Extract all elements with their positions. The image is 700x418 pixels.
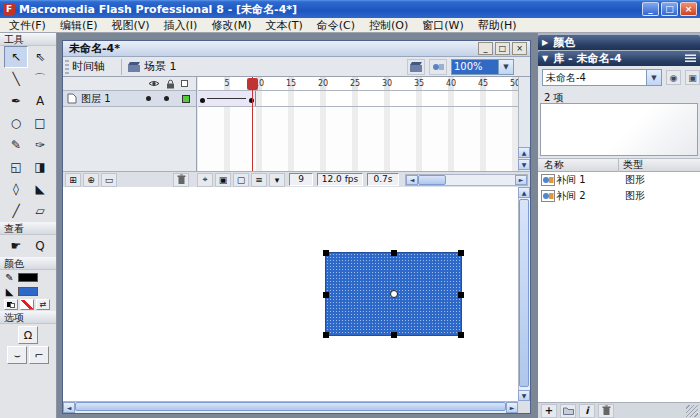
center-frame-button[interactable]: ⌖ [197,173,213,187]
default-colors-button[interactable] [4,299,18,310]
line-tool-button[interactable]: ╲ [4,68,28,90]
panel-menu-button[interactable] [685,54,696,63]
scroll-down-icon[interactable]: ▼ [518,159,530,170]
menu-window[interactable]: 窗口(W) [415,18,470,33]
frame-rate-value[interactable]: 12.0 fps [317,173,363,186]
delete-layer-button[interactable] [173,173,189,187]
layer-outline-color-swatch[interactable] [182,95,190,103]
stage-vscroll-thumb[interactable] [519,199,529,387]
subselection-tool-button[interactable]: ⇖ [28,46,52,68]
delete-item-button[interactable] [598,404,614,418]
hand-tool-button[interactable]: ☛ [4,235,28,257]
selection-tool-button[interactable]: ↖ [4,46,28,68]
scroll-down-icon[interactable]: ▼ [518,390,530,401]
library-item-row[interactable]: 补间 2 图形 [538,188,700,204]
zoom-dropdown-arrow-icon[interactable]: ▼ [498,60,513,74]
zoom-value-field[interactable]: 100% [452,60,498,74]
layer-row[interactable]: 图层 1 [63,91,196,107]
transform-handle-w[interactable] [323,292,329,298]
library-item-name[interactable]: 补间 2 [556,189,619,203]
layer-lock-dot[interactable] [164,96,169,101]
library-document-select[interactable]: 未命名-4 ▼ [542,69,662,86]
scroll-up-icon[interactable]: ▲ [518,147,530,158]
transform-handle-s[interactable] [391,332,397,338]
menu-control[interactable]: 控制(O) [362,18,415,33]
new-symbol-button[interactable]: + [541,404,557,418]
zoom-combo[interactable]: 100% ▼ [451,59,514,75]
collapsed-arrow-icon[interactable]: ▶ [542,38,548,47]
layer-frames-row[interactable] [198,91,518,107]
straighten-button[interactable]: ⌐ [29,346,49,364]
select-dropdown-arrow-icon[interactable]: ▼ [646,70,661,85]
menu-file[interactable]: 文件(F) [2,18,53,33]
transform-handle-sw[interactable] [323,332,329,338]
swap-colors-button[interactable]: ⇄ [36,299,50,310]
doc-restore-button[interactable]: □ [495,42,510,55]
close-button[interactable]: × [680,2,697,16]
no-color-button[interactable] [20,299,34,310]
motion-tween-span[interactable] [198,91,256,106]
panel-resize-grip[interactable] [686,405,698,417]
document-title-bar[interactable]: 未命名-4* _ □ × [63,41,530,57]
modify-onion-markers-button[interactable]: ▾ [269,173,285,187]
ink-bottle-tool-button[interactable]: ◊ [4,178,28,200]
new-library-window-button[interactable]: ▣ [685,70,700,85]
minimize-button[interactable]: _ [642,2,659,16]
color-panel-header[interactable]: ▶ 颜色 [538,35,700,50]
zoom-tool-button[interactable]: Q [28,235,52,257]
expanded-arrow-icon[interactable]: ▼ [542,54,548,63]
maximize-button[interactable]: □ [661,2,678,16]
menu-modify[interactable]: 修改(M) [204,18,258,33]
edit-symbols-button[interactable] [429,59,447,75]
edit-multiple-frames-button[interactable]: ≡ [251,173,267,187]
timeline-horizontal-scrollbar[interactable]: ◄ ► [405,174,528,186]
transform-handle-e[interactable] [458,292,464,298]
keyframe-dot[interactable] [200,98,205,103]
add-motion-guide-button[interactable]: ⊕ [83,173,99,187]
transform-handle-nw[interactable] [323,250,329,256]
doc-minimize-button[interactable]: _ [478,42,493,55]
menu-commands[interactable]: 命令(C) [310,18,362,33]
library-panel-header[interactable]: ▼ 库 - 未命名-4 [538,51,700,66]
fill-color-swatch[interactable] [18,287,38,296]
snap-to-objects-button[interactable]: Ω [18,326,38,344]
outline-view-icon[interactable] [181,80,188,87]
onion-skin-outlines-button[interactable]: ▢ [233,173,249,187]
insert-folder-button[interactable]: ▭ [101,173,117,187]
edit-scene-button[interactable] [407,59,425,75]
stroke-color-swatch[interactable] [18,273,38,282]
app-title-bar[interactable]: F Macromedia Flash Professional 8 - [未命名… [0,0,700,18]
transform-handle-se[interactable] [458,332,464,338]
library-item-name[interactable]: 补间 1 [556,173,619,187]
name-column-header[interactable]: 名称 [538,158,618,172]
lock-icon[interactable] [166,79,175,89]
timeline-scroll-thumb[interactable] [418,175,446,185]
rectangle-tool-button[interactable]: □ [28,112,52,134]
show-hide-eye-icon[interactable] [148,79,160,88]
library-item-row[interactable]: 补间 1 图形 [538,172,700,188]
transformation-point[interactable] [390,290,398,298]
playhead-line[interactable] [252,77,253,171]
eyedropper-tool-button[interactable]: ╱ [4,200,28,222]
frame-ruler[interactable]: 5 10 15 20 25 30 35 40 45 50 [198,77,518,91]
doc-close-button[interactable]: × [512,42,527,55]
onion-skin-button[interactable]: ▣ [215,173,231,187]
menu-view[interactable]: 视图(V) [104,18,156,33]
pin-library-button[interactable]: ◉ [666,70,681,85]
empty-frames-grid[interactable] [198,107,518,171]
transform-handle-ne[interactable] [458,250,464,256]
scroll-right-icon[interactable]: ► [506,402,518,413]
stage-vertical-scrollbar[interactable]: ▲ ▼ [518,187,530,401]
playhead-marker[interactable] [247,78,258,90]
stage-horizontal-scrollbar[interactable]: ◄ ► [63,401,518,413]
brush-tool-button[interactable]: ✑ [28,134,52,156]
scroll-up-icon[interactable]: ▲ [518,187,530,198]
pen-tool-button[interactable]: ✒ [4,90,28,112]
type-column-header[interactable]: 类型 [619,158,700,172]
menu-insert[interactable]: 插入(I) [157,18,205,33]
library-list-header[interactable]: 名称 类型 [538,158,700,172]
stage-canvas[interactable] [63,187,518,401]
scene-breadcrumb[interactable]: 场景 1 [128,59,177,74]
free-transform-tool-button[interactable]: ◱ [4,156,28,178]
layer-name[interactable]: 图层 1 [81,92,142,106]
